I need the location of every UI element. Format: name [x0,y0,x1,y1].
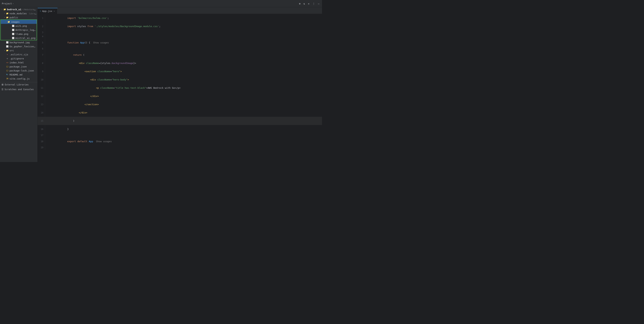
line-content[interactable] [45,47,322,51]
line-content[interactable] [45,133,322,137]
public-label: public [10,16,18,19]
image-file-icon: ⬜ [12,32,15,35]
folder-icon: 📁 [3,8,6,11]
llama-label: llama.png [16,32,28,35]
md-file-icon: M↓ [6,73,9,76]
sidebar-item-public[interactable]: ▾ 📁 public [0,16,38,20]
table-row: 14 </div> [38,108,322,117]
go-gopher-label: Go_gopher_favicon.svg [10,45,37,48]
sidebar-footer: 🏛 External Libraries ☰ Scratches and Con… [0,82,38,92]
toolbar: Project ▾ ⊕ ⇅ ✕ ⋮ — [0,0,322,7]
sidebar-item-readme[interactable]: M↓ README.md [0,72,38,76]
image-file-icon: ⬜ [12,28,15,31]
tab-close-icon[interactable]: ✕ [53,10,55,12]
line-number: 18 [38,137,45,146]
sidebar-item-background[interactable]: ⬜ background.jpg [0,40,38,44]
sidebar-item-index-html[interactable]: <> index.html [0,60,38,64]
mistral-label: mistral_ai.png [16,37,36,40]
new-file-icon[interactable]: ⊕ [298,2,301,6]
line-content[interactable]: </section> [45,100,322,108]
json-file-icon: {} [6,65,9,68]
table-row: 5 function App() { Show usages [38,38,322,47]
vite-config-label: vite.config.js [10,77,30,80]
folder-icon: 📁 [6,16,9,19]
package-lock-label: package-lock.json [10,69,34,72]
line-content[interactable]: } [45,125,322,133]
sidebar-item-node-modules[interactable]: ▸ 📁 node_modules library root [0,11,38,16]
eslint-file-icon: ⊙ [6,53,9,56]
folder-icon: 📁 [6,12,9,15]
line-content[interactable]: <p className="title has-text-black">AWS … [45,84,322,92]
line-number: 11 [38,84,45,92]
chevron-down-icon: ▾ [13,2,14,4]
sidebar-item-anthropic[interactable]: ⬜ Anthropic_logo.svg [1,28,37,32]
sidebar-item-mistral[interactable]: ⬜ mistral_ai.png [1,36,37,40]
sidebar-item-go-gopher[interactable]: ⬜ Go_gopher_favicon.svg [0,44,38,48]
line-content[interactable] [45,30,322,34]
images-label: images [11,20,20,23]
sidebar-item-ai21[interactable]: ⬜ ai21.png [1,24,37,28]
more-options-icon[interactable]: ⋮ [312,2,316,6]
images-group: ▾ 📁 images ⬜ ai21.png ⬜ Anthropic_logo.s… [0,20,37,40]
src-label: src [10,49,14,52]
code-editor[interactable]: 1 import 'bulma/css/bulma.css'; 2 import… [38,14,322,162]
table-row: 4 [38,34,322,38]
line-number: 3 [38,30,45,34]
table-row: 10 <div className="hero-body"> [38,76,322,84]
sidebar-item-src[interactable]: ▸ 📁 src [0,48,38,52]
line-content[interactable]: <div className="hero-body"> [45,76,322,84]
js-file-icon: JS [6,77,9,80]
sidebar: ▾ 📁 bedrock_ui~/WebstormProjects/bedrock… [0,7,38,162]
sidebar-item-vite-config[interactable]: JS vite.config.js [0,76,38,81]
table-row: 17 [38,133,322,137]
table-row: 11 <p className="title has-text-black">A… [38,84,322,92]
sidebar-item-gitignore[interactable]: ⊘ .gitignore [0,56,38,60]
expand-collapse-icon[interactable]: ⇅ [303,2,306,6]
tree-root[interactable]: ▾ 📁 bedrock_ui~/WebstormProjects/bedrock… [0,7,38,11]
tab-app-jsx[interactable]: ⚛ App.jsx ✕ [38,8,58,14]
line-content[interactable]: return ( [45,51,322,59]
sidebar-item-package-lock[interactable]: {} package-lock.json [0,68,38,72]
ai21-label: ai21.png [16,24,27,27]
scratches-consoles-item[interactable]: ☰ Scratches and Consoles [0,87,38,92]
line-content[interactable] [45,34,322,38]
line-number: 2 [38,22,45,30]
sidebar-item-eslintrc[interactable]: ⊙ .eslintrc.cjs [0,52,38,56]
jsx-file-icon: ⚛ [40,10,41,12]
json-file-icon: {} [6,69,9,72]
line-content[interactable]: </div> [45,108,322,117]
table-row: 12 </div> [38,92,322,100]
table-row: 7 return ( [38,51,322,59]
project-title[interactable]: Project ▾ [2,2,14,5]
main-layout: ▾ 📁 bedrock_ui~/WebstormProjects/bedrock… [0,7,322,162]
line-content[interactable]: <section className="hero"> [45,67,322,76]
sidebar-item-package-json[interactable]: {} package.json [0,64,38,68]
line-content[interactable]: import 'bulma/css/bulma.css'; [45,14,322,22]
line-content[interactable]: export default App Show usages [45,137,322,146]
gitignore-label: .gitignore [10,57,24,60]
sidebar-item-images[interactable]: ▾ 📁 images [1,20,37,24]
minimize-icon[interactable]: — [317,2,320,6]
line-content[interactable]: <div className={styles.backgroundImage}> [45,59,322,67]
line-number: 8 [38,59,45,67]
external-libraries-item[interactable]: 🏛 External Libraries [0,82,38,87]
close-icon[interactable]: ✕ [307,2,310,6]
tab-label: App.jsx [42,10,52,12]
image-file-icon: ⬜ [6,41,9,44]
line-content[interactable]: import styles from './styles/modules/Bac… [45,22,322,30]
line-content[interactable]: function App() { Show usages [45,38,322,47]
sidebar-item-llama[interactable]: ⬜ llama.png [1,32,37,36]
table-row: 16 } [38,125,322,133]
project-label: Project [2,2,12,5]
line-number: 1 [38,14,45,22]
table-row: 1 import 'bulma/css/bulma.css'; [38,14,322,22]
line-content[interactable] [45,146,322,150]
table-row: 15 ) [38,117,322,125]
line-number: 4 [38,34,45,38]
chevron-down-icon: ▾ [5,20,7,23]
code-table: 1 import 'bulma/css/bulma.css'; 2 import… [38,14,322,150]
eslintrc-label: .eslintrc.cjs [10,53,28,56]
line-content[interactable]: </div> [45,92,322,100]
line-content[interactable]: ) [45,117,322,125]
chevron-right-icon: ▸ [3,12,6,15]
